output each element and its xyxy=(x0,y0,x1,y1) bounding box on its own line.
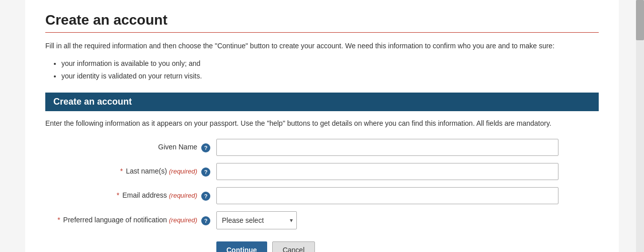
continue-button[interactable]: Continue xyxy=(216,241,267,252)
language-select-wrapper: Please select English French xyxy=(216,211,297,229)
last-name-required-text: (required) xyxy=(169,167,197,175)
given-name-label-cell: Given Name ? xyxy=(45,143,216,152)
section-header: Create an account xyxy=(45,93,599,111)
email-help-icon[interactable]: ? xyxy=(201,192,210,201)
intro-bullet-1: your information is available to you onl… xyxy=(61,57,599,70)
email-required-text: (required) xyxy=(169,192,197,199)
given-name-input[interactable] xyxy=(216,139,558,156)
last-name-label: Last name(s) xyxy=(126,167,167,175)
title-divider xyxy=(45,32,599,33)
email-input-cell xyxy=(216,187,599,204)
email-row: * Email address (required) ? xyxy=(45,187,599,204)
given-name-row: Given Name ? xyxy=(45,139,599,156)
last-name-required-star: * xyxy=(120,167,123,175)
language-required-star: * xyxy=(57,216,60,224)
language-label-cell: * Preferred language of notification (re… xyxy=(45,216,216,225)
given-name-help-icon[interactable]: ? xyxy=(201,143,210,152)
language-required-text: (required) xyxy=(169,216,197,224)
page-title: Create an account xyxy=(45,12,599,28)
last-name-label-cell: * Last name(s) (required) ? xyxy=(45,167,216,176)
email-input[interactable] xyxy=(216,187,558,204)
language-select[interactable]: Please select English French xyxy=(216,211,297,229)
language-select-cell: Please select English French xyxy=(216,211,599,229)
last-name-row: * Last name(s) (required) ? xyxy=(45,163,599,180)
email-required-star: * xyxy=(117,191,119,199)
email-label: Email address xyxy=(122,191,167,199)
language-help-icon[interactable]: ? xyxy=(201,216,210,225)
intro-bullet-2: your identity is validated on your retur… xyxy=(61,70,599,82)
email-label-cell: * Email address (required) ? xyxy=(45,191,216,200)
language-row: * Preferred language of notification (re… xyxy=(45,211,599,229)
form-actions: Continue Cancel xyxy=(45,241,599,252)
scrollbar-track[interactable] xyxy=(636,0,644,252)
intro-paragraph: Fill in all the required information and… xyxy=(45,41,599,51)
language-label: Preferred language of notification xyxy=(63,216,167,224)
section-subtext: Enter the following information as it ap… xyxy=(45,118,599,129)
intro-list: your information is available to you onl… xyxy=(61,57,599,82)
last-name-input[interactable] xyxy=(216,163,558,180)
last-name-input-cell xyxy=(216,163,599,180)
last-name-help-icon[interactable]: ? xyxy=(201,167,210,177)
cancel-button[interactable]: Cancel xyxy=(272,241,315,252)
scrollbar-thumb[interactable] xyxy=(636,0,644,40)
given-name-label: Given Name xyxy=(158,143,197,151)
given-name-input-cell xyxy=(216,139,599,156)
